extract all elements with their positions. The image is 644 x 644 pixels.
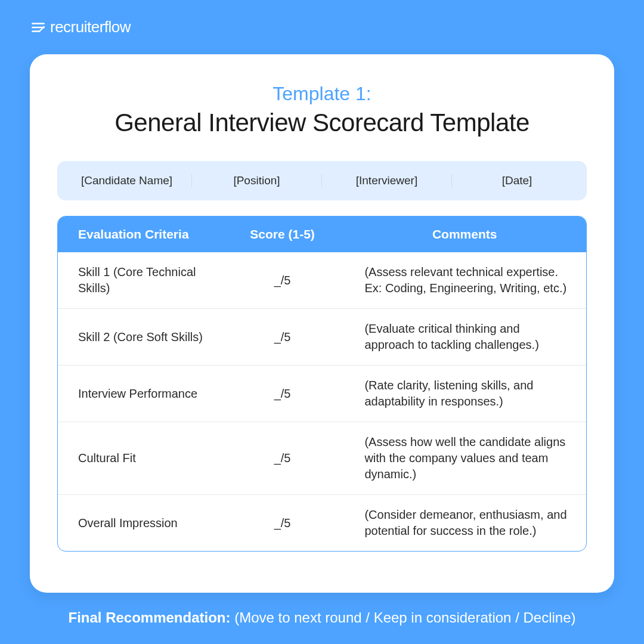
cell-criteria: Skill 2 (Core Soft Skills) [58, 329, 222, 345]
th-comments: Comments [343, 227, 586, 242]
cell-score: _/5 [222, 516, 343, 530]
final-options: (Move to next round / Keep in considerat… [234, 609, 575, 626]
table-body: Skill 1 (Core Technical Skills) _/5 (Ass… [58, 252, 586, 551]
score-table: Evaluation Criteria Score (1-5) Comments… [57, 216, 587, 552]
table-head: Evaluation Criteria Score (1-5) Comments [58, 216, 586, 252]
cell-criteria: Overall Impression [58, 515, 222, 531]
table-row: Skill 1 (Core Technical Skills) _/5 (Ass… [58, 252, 586, 308]
meta-date: [Date] [452, 174, 582, 187]
meta-interviewer: [Interviewer] [322, 174, 452, 187]
cell-comment: (Consider demeanor, enthusiasm, and pote… [343, 507, 586, 539]
table-row: Interview Performance _/5 (Rate clarity,… [58, 365, 586, 422]
scorecard-card: Template 1: General Interview Scorecard … [30, 54, 614, 593]
cell-score: _/5 [222, 274, 343, 287]
logo-text-part1: recruiter [50, 18, 104, 36]
table-row: Cultural Fit _/5 (Assess how well the ca… [58, 422, 586, 494]
final-label: Final Recommendation: [68, 609, 234, 626]
meta-row: [Candidate Name] [Position] [Interviewer… [57, 161, 587, 200]
cell-comment: (Assess relevant technical expertise. Ex… [343, 264, 586, 296]
cell-comment: (Rate clarity, listening skills, and ada… [343, 377, 586, 410]
logo-text-part2: flow [104, 18, 131, 36]
card-header: Template 1: General Interview Scorecard … [57, 83, 587, 137]
brand-logo: recruiterflow [30, 18, 614, 36]
cell-criteria: Cultural Fit [58, 450, 222, 466]
logo-icon [30, 19, 47, 36]
table-row: Overall Impression _/5 (Consider demeano… [58, 494, 586, 551]
final-recommendation: Final Recommendation: (Move to next roun… [30, 609, 614, 626]
template-title: General Interview Scorecard Template [57, 109, 587, 137]
meta-candidate: [Candidate Name] [62, 174, 192, 187]
cell-criteria: Interview Performance [58, 386, 222, 402]
cell-criteria: Skill 1 (Core Technical Skills) [58, 264, 222, 296]
table-row: Skill 2 (Core Soft Skills) _/5 (Evaluate… [58, 308, 586, 365]
cell-comment: (Assess how well the candidate aligns wi… [343, 434, 586, 482]
cell-score: _/5 [222, 451, 343, 465]
cell-score: _/5 [222, 387, 343, 401]
th-score: Score (1-5) [222, 227, 343, 242]
meta-position: [Position] [192, 174, 322, 187]
logo-text: recruiterflow [50, 18, 131, 36]
th-criteria: Evaluation Criteria [58, 227, 222, 242]
template-label: Template 1: [57, 83, 587, 105]
cell-comment: (Evaluate critical thinking and approach… [343, 321, 586, 353]
cell-score: _/5 [222, 330, 343, 344]
